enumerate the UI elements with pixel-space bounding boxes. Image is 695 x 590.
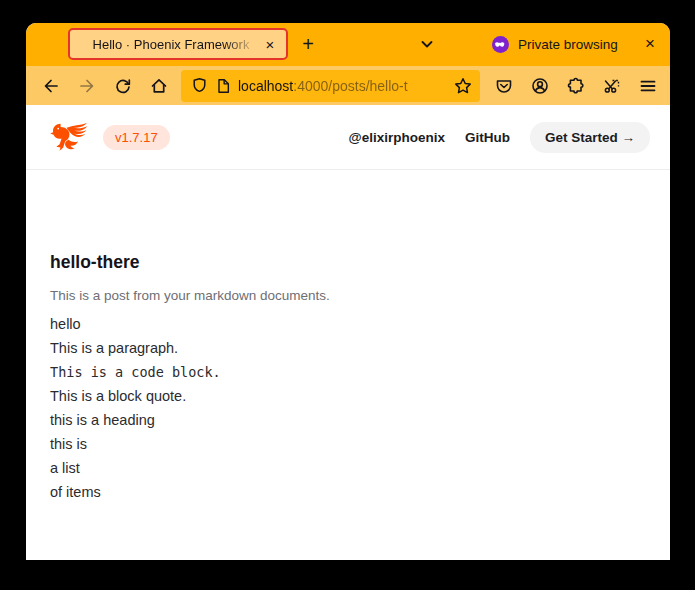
post-line: of items bbox=[50, 480, 646, 504]
account-icon[interactable] bbox=[523, 71, 557, 101]
post-line: this is a heading bbox=[50, 408, 646, 432]
version-badge: v1.7.17 bbox=[103, 125, 170, 150]
url-path: :4000/posts/hello-t bbox=[293, 78, 407, 94]
reload-button[interactable] bbox=[106, 71, 140, 101]
url-text: localhost:4000/posts/hello-t bbox=[238, 78, 447, 94]
tab-list-chevron-icon[interactable] bbox=[414, 31, 440, 57]
pocket-icon[interactable] bbox=[487, 71, 521, 101]
tab-bar: Hello · Phoenix Framework × + Private br… bbox=[26, 23, 670, 66]
post-line: a list bbox=[50, 456, 646, 480]
post-title: hello-there bbox=[50, 252, 646, 273]
toolbar-right-icons bbox=[486, 71, 666, 101]
post-line: this is bbox=[50, 432, 646, 456]
extensions-puzzle-icon[interactable] bbox=[559, 71, 593, 101]
private-browsing-badge: Private browsing bbox=[492, 23, 618, 66]
post-line: hello bbox=[50, 312, 646, 336]
post-line: This is a paragraph. bbox=[50, 336, 646, 360]
browser-window: Hello · Phoenix Framework × + Private br… bbox=[26, 23, 670, 560]
screenshot-scissors-icon[interactable] bbox=[595, 71, 629, 101]
new-tab-button[interactable]: + bbox=[294, 30, 322, 58]
post-article: hello-there This is a post from your mar… bbox=[26, 170, 670, 504]
private-browsing-label: Private browsing bbox=[518, 37, 618, 52]
page-content: v1.7.17 @elixirphoenix GitHub Get Starte… bbox=[26, 105, 670, 560]
page-icon[interactable] bbox=[215, 78, 231, 94]
get-started-button[interactable]: Get Started → bbox=[530, 122, 650, 153]
private-browsing-mask-icon bbox=[492, 36, 509, 53]
tab-close-button[interactable]: × bbox=[260, 34, 280, 54]
post-subtitle: This is a post from your markdown docume… bbox=[50, 288, 646, 303]
home-button[interactable] bbox=[142, 71, 176, 101]
tab-title: Hello · Phoenix Framework bbox=[82, 37, 260, 52]
phoenix-logo-icon[interactable] bbox=[49, 121, 89, 153]
url-domain: localhost bbox=[238, 78, 293, 94]
forward-button[interactable] bbox=[70, 71, 104, 101]
post-code-line: This is a code block. bbox=[50, 360, 646, 384]
navigation-toolbar: localhost:4000/posts/hello-t bbox=[26, 66, 670, 105]
github-link[interactable]: GitHub bbox=[465, 130, 510, 145]
post-line: This is a block quote. bbox=[50, 384, 646, 408]
window-close-button[interactable]: × bbox=[637, 31, 663, 57]
back-button[interactable] bbox=[34, 71, 68, 101]
site-header: v1.7.17 @elixirphoenix GitHub Get Starte… bbox=[26, 105, 670, 170]
shield-icon[interactable] bbox=[191, 77, 208, 94]
active-tab[interactable]: Hello · Phoenix Framework × bbox=[68, 28, 288, 60]
bookmark-star-icon[interactable] bbox=[454, 77, 472, 95]
twitter-link[interactable]: @elixirphoenix bbox=[349, 130, 445, 145]
url-bar[interactable]: localhost:4000/posts/hello-t bbox=[181, 70, 480, 102]
menu-hamburger-icon[interactable] bbox=[631, 71, 665, 101]
post-body: hello This is a paragraph. This is a cod… bbox=[50, 312, 646, 504]
